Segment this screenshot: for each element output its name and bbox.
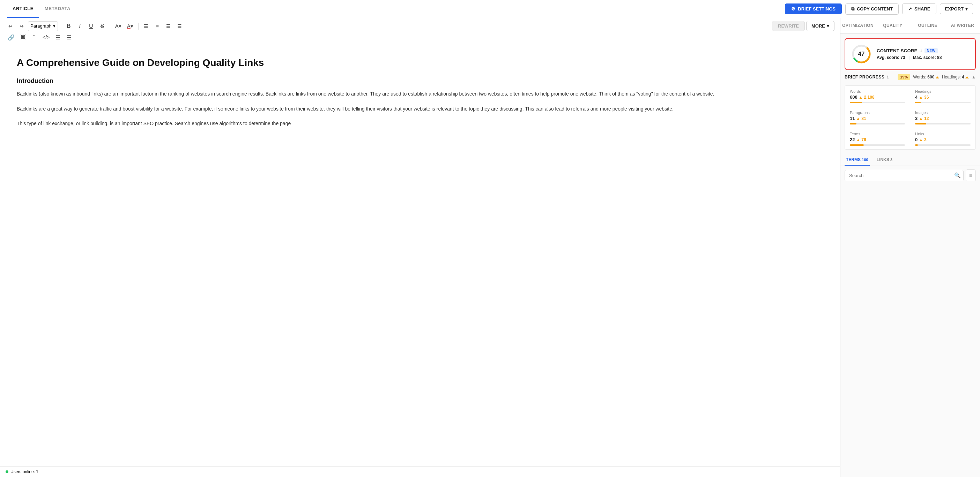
score-circle: 47 (851, 44, 872, 65)
article-paragraph-3: This type of link exchange, or link buil… (17, 119, 823, 128)
headings-stat: Headings: 4 (942, 74, 969, 79)
brief-progress-header: BRIEF PROGRESS ℹ 19% Words: 600 Headings… (845, 74, 976, 80)
links-tab[interactable]: LINKS 3 (875, 155, 894, 166)
article-paragraph-1: Backlinks (also known as inbound links) … (17, 90, 823, 98)
stat-paragraphs-value: 11 ▲ 81 (850, 116, 905, 121)
article-paragraph-2: Backlinks are a great way to generate tr… (17, 105, 823, 113)
brief-progress-title: BRIEF PROGRESS (845, 74, 885, 79)
nav-tabs: ARTICLE METADATA (7, 0, 76, 18)
main-layout: ↩ ↪ Paragraph ▾ B I U S A▾ A▾ ☰ ≡ ☰ ☰ R (0, 18, 980, 477)
tab-optimization[interactable]: OPTIMIZATION (840, 18, 875, 33)
brief-progress-section: BRIEF PROGRESS ℹ 19% Words: 600 Headings… (840, 74, 980, 82)
article-h2: Introduction (17, 78, 823, 85)
italic-button[interactable]: I (75, 21, 85, 31)
brief-percentage-badge: 19% (897, 74, 910, 80)
stat-headings-bar-fill (915, 102, 921, 103)
tab-quality[interactable]: QUALITY (875, 18, 910, 33)
ordered-list-button[interactable]: ☰ (64, 32, 74, 42)
underline-button[interactable]: U (86, 21, 96, 31)
info-icon[interactable]: ℹ (920, 49, 922, 53)
new-badge: NEW (924, 48, 938, 53)
redo-button[interactable]: ↪ (17, 21, 27, 31)
highlight-button[interactable]: A▾ (113, 21, 124, 31)
share-button[interactable]: ↗ SHARE (902, 3, 936, 14)
share-icon: ↗ (908, 6, 912, 11)
score-title: CONTENT SCORE (877, 48, 918, 53)
blockquote-button[interactable]: " (29, 32, 39, 42)
stat-words-bar-fill (850, 102, 862, 103)
stat-terms: Terms 22 ▲ 76 (845, 128, 910, 149)
stat-words: Words 600 ▲ 2,108 (845, 86, 910, 107)
bold-button[interactable]: B (64, 21, 74, 31)
text-color-button[interactable]: A▾ (125, 21, 135, 31)
toolbar-divider-3 (138, 23, 138, 30)
score-info: CONTENT SCORE ℹ NEW Avg. score: 73 | Max… (877, 48, 969, 60)
users-online-text: Users online: 1 (11, 469, 38, 474)
stat-terms-bar (850, 144, 905, 146)
link-button[interactable]: 🔗 (6, 32, 17, 42)
chevron-down-icon: ▾ (965, 6, 968, 11)
export-button[interactable]: EXPORT ▾ (940, 3, 973, 14)
image-button[interactable]: 🖼 (18, 32, 28, 42)
toolbar: ↩ ↪ Paragraph ▾ B I U S A▾ A▾ ☰ ≡ ☰ ☰ R (0, 18, 840, 45)
content-score-box: 47 CONTENT SCORE ℹ NEW Avg. score: 73 | … (845, 38, 976, 70)
terms-links-tabs: TERMS 100 LINKS 3 (840, 153, 980, 166)
toolbar-divider (61, 23, 61, 30)
score-value: 47 (858, 51, 865, 57)
search-icon-button[interactable]: 🔍 (954, 172, 961, 179)
stat-headings-label: Headings (915, 89, 970, 93)
stat-paragraphs-bar (850, 123, 905, 125)
right-panel: OPTIMIZATION QUALITY OUTLINE AI WRITER 4… (840, 18, 980, 477)
stat-words-value: 600 ▲ 2,108 (850, 95, 905, 100)
words-stat: Words: 600 (913, 74, 939, 79)
stat-images-bar-fill (915, 123, 926, 125)
tab-outline[interactable]: OUTLINE (910, 18, 945, 33)
align-justify-button[interactable]: ☰ (175, 21, 185, 31)
editor-content[interactable]: A Comprehensive Guide on Developing Qual… (0, 45, 840, 466)
undo-button[interactable]: ↩ (6, 21, 15, 31)
stat-images-value: 3 ▲ 12 (915, 116, 970, 121)
align-right-button[interactable]: ☰ (164, 21, 173, 31)
status-bar: Users online: 1 (0, 466, 840, 477)
stat-images: Images 3 ▲ 12 (910, 107, 975, 128)
search-icon: 🔍 (954, 172, 961, 178)
search-section: 🔍 ≡ (840, 166, 980, 185)
strikethrough-button[interactable]: S (97, 21, 107, 31)
nav-tab-metadata[interactable]: METADATA (39, 0, 76, 18)
dropdown-arrow-icon: ▾ (53, 23, 56, 29)
stat-links: Links 0 ▲ 3 (910, 128, 975, 149)
paragraph-select[interactable]: Paragraph ▾ (28, 21, 58, 31)
stat-links-bar (915, 144, 970, 146)
stat-terms-label: Terms (850, 132, 905, 136)
stat-headings-bar (915, 102, 970, 103)
align-left-button[interactable]: ☰ (142, 21, 151, 31)
search-input-wrap: 🔍 (845, 170, 964, 181)
toolbar-divider-2 (110, 23, 110, 30)
search-input[interactable] (845, 170, 964, 181)
copy-content-button[interactable]: ⧉ COPY CONTENT (845, 3, 899, 15)
score-title-row: CONTENT SCORE ℹ NEW (877, 48, 969, 53)
article-title: A Comprehensive Guide on Developing Qual… (17, 57, 823, 69)
stat-links-label: Links (915, 132, 970, 136)
more-button[interactable]: MORE ▾ (806, 21, 834, 31)
nav-tab-article[interactable]: ARTICLE (7, 0, 39, 18)
stat-terms-value: 22 ▲ 76 (850, 137, 905, 142)
terms-tab[interactable]: TERMS 100 (845, 155, 870, 166)
stat-images-bar (915, 123, 970, 125)
brief-collapse-icon[interactable]: ▲ (972, 74, 976, 79)
more-chevron-icon: ▾ (827, 23, 829, 29)
brief-info-icon[interactable]: ℹ (887, 75, 889, 79)
stat-words-bar (850, 102, 905, 103)
bullet-list-button[interactable]: ☰ (53, 32, 63, 42)
align-center-button[interactable]: ≡ (153, 21, 162, 31)
top-nav: ARTICLE METADATA ⚙ BRIEF SETTINGS ⧉ COPY… (0, 0, 980, 18)
rewrite-button[interactable]: REWRITE (772, 21, 805, 31)
panel-tabs: OPTIMIZATION QUALITY OUTLINE AI WRITER (840, 18, 980, 34)
code-button[interactable]: </> (40, 32, 52, 42)
nav-actions: ⚙ BRIEF SETTINGS ⧉ COPY CONTENT ↗ SHARE … (785, 3, 973, 15)
copy-icon: ⧉ (851, 6, 854, 12)
brief-settings-button[interactable]: ⚙ BRIEF SETTINGS (785, 3, 842, 14)
editor-area: ↩ ↪ Paragraph ▾ B I U S A▾ A▾ ☰ ≡ ☰ ☰ R (0, 18, 840, 477)
tab-ai-writer[interactable]: AI WRITER (945, 18, 980, 33)
filter-button[interactable]: ≡ (966, 170, 976, 181)
